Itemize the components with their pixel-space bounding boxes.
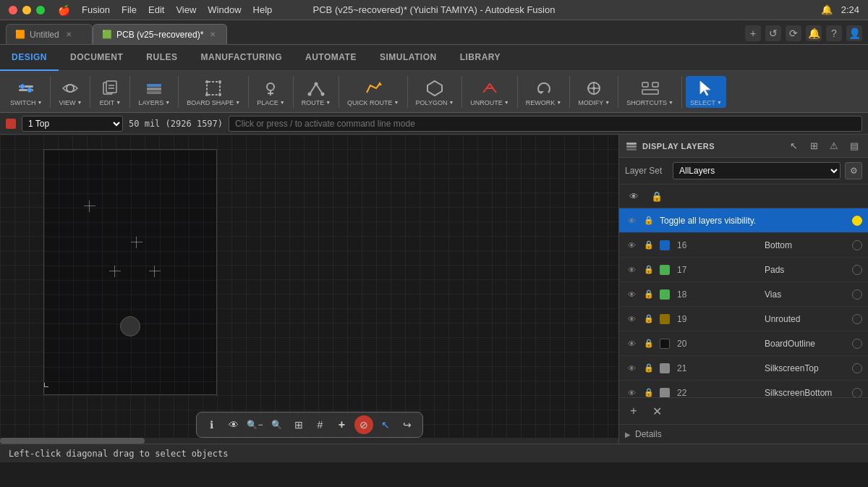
layer-row-16-bottom[interactable]: 👁 🔒 16 Bottom xyxy=(619,233,868,258)
nav-tab-automate[interactable]: AUTOMATE xyxy=(294,45,368,71)
layer-select[interactable]: 1 Top xyxy=(22,116,123,132)
layer-radio-22[interactable] xyxy=(852,388,862,398)
modify-tool[interactable]: MODIFY▼ xyxy=(574,76,614,108)
canvas-scrollbar-thumb[interactable] xyxy=(0,438,145,444)
nav-tab-simulation[interactable]: SIMULATION xyxy=(368,45,448,71)
layer-row-toggle-all[interactable]: 👁 🔒 Toggle all layers visibility. xyxy=(619,208,868,233)
layer-vis-22[interactable]: 👁 xyxy=(625,386,638,398)
layer-vis-17[interactable]: 👁 xyxy=(625,263,638,276)
quick-route-tool[interactable]: QUICK ROUTE▼ xyxy=(343,76,403,108)
layer-lock-21[interactable]: 🔒 xyxy=(642,362,655,375)
grid-button[interactable]: # xyxy=(311,415,330,434)
layer-radio-19[interactable] xyxy=(852,314,862,324)
add-layer-button[interactable]: + xyxy=(625,402,642,420)
nav-tab-manufacturing[interactable]: MANUFACTURING xyxy=(190,45,294,71)
close-button[interactable] xyxy=(9,6,17,14)
new-tab-button[interactable]: + xyxy=(745,25,761,41)
minimize-button[interactable] xyxy=(22,6,31,14)
traffic-lights[interactable] xyxy=(9,6,45,14)
tab-user-button[interactable]: 👤 xyxy=(846,25,862,41)
panel-view-btn[interactable]: ▤ xyxy=(846,138,862,154)
layer-row-18-vias[interactable]: 👁 🔒 18 Vias xyxy=(619,282,868,307)
tab-help-button[interactable]: ? xyxy=(826,25,842,41)
tab-close-untitled[interactable]: ✕ xyxy=(64,30,74,40)
menu-help[interactable]: Help xyxy=(253,4,273,15)
notification-icon[interactable]: 🔔 xyxy=(821,4,833,15)
layer-lock-toggle-all[interactable]: 🔒 xyxy=(642,214,655,227)
nav-tab-design[interactable]: DESIGN xyxy=(0,45,59,71)
canvas-area[interactable]: ℹ 👁 🔍− 🔍 ⊞ # + ⊘ ↖ ↪ xyxy=(0,135,618,444)
zoom-in-button[interactable]: 🔍− xyxy=(246,415,265,434)
layer-vis-toggle-all[interactable]: 👁 xyxy=(625,214,638,227)
view-tool[interactable]: VIEW▼ xyxy=(54,76,86,108)
route-arrow-button[interactable]: ↪ xyxy=(398,415,417,434)
layer-lock-btn[interactable]: 🔒 xyxy=(648,187,665,205)
layer-row-20-boardoutline[interactable]: 👁 🔒 20 BoardOutline xyxy=(619,331,868,356)
edit-tool[interactable]: EDIT▼ xyxy=(94,76,126,108)
layer-radio-20[interactable] xyxy=(852,339,862,349)
layer-row-19-unrouted[interactable]: 👁 🔒 19 Unrouted xyxy=(619,307,868,331)
layer-radio-toggle-all[interactable] xyxy=(852,216,862,226)
stop-button[interactable]: ⊘ xyxy=(354,415,373,434)
mac-menu[interactable]: 🍎 Fusion File Edit View Window Help xyxy=(58,4,272,16)
unroute-tool[interactable]: UNROUTE▼ xyxy=(466,76,513,108)
panel-grid-btn[interactable]: ⊞ xyxy=(806,138,822,154)
maximize-button[interactable] xyxy=(36,6,45,14)
menu-file[interactable]: File xyxy=(122,4,137,15)
zoom-fit-button[interactable]: ⊞ xyxy=(289,415,308,434)
layer-radio-18[interactable] xyxy=(852,289,862,300)
menu-window[interactable]: Window xyxy=(208,4,241,15)
tab-bell-button[interactable]: 🔔 xyxy=(806,25,822,41)
add-button[interactable]: + xyxy=(333,415,352,434)
layer-lock-20[interactable]: 🔒 xyxy=(642,337,655,350)
shortcuts-tool[interactable]: SHORTCUTS▼ xyxy=(622,76,678,108)
nav-tab-document[interactable]: DOCUMENT xyxy=(59,45,135,71)
select-tool[interactable]: SELECT▼ xyxy=(686,76,726,108)
layer-vis-16[interactable]: 👁 xyxy=(625,239,638,252)
layer-set-select[interactable]: AllLayers xyxy=(673,162,841,179)
layer-set-gear[interactable]: ⚙ xyxy=(845,162,862,179)
layers-tool[interactable]: LAYERS▼ xyxy=(134,76,174,108)
layer-vis-21[interactable]: 👁 xyxy=(625,362,638,375)
layer-vis-20[interactable]: 👁 xyxy=(625,337,638,350)
menu-view[interactable]: View xyxy=(176,4,196,15)
view-button[interactable]: 👁 xyxy=(224,415,243,434)
panel-select-btn[interactable]: ↖ xyxy=(786,138,801,154)
board-shape-tool[interactable]: BOARD SHAPE▼ xyxy=(182,76,244,108)
menu-fusion[interactable]: Fusion xyxy=(82,4,110,15)
rework-tool[interactable]: REWORK▼ xyxy=(522,76,566,108)
layer-row-21-silkscreentop[interactable]: 👁 🔒 21 SilkscreenTop xyxy=(619,356,868,381)
layer-lock-22[interactable]: 🔒 xyxy=(642,386,655,398)
layer-lock-18[interactable]: 🔒 xyxy=(642,288,655,301)
apple-menu[interactable]: 🍎 xyxy=(58,4,70,16)
layer-vis-18[interactable]: 👁 xyxy=(625,288,638,301)
command-input[interactable] xyxy=(229,116,862,132)
tab-untitled[interactable]: 🟧 Untitled ✕ xyxy=(6,24,93,44)
layer-radio-21[interactable] xyxy=(852,363,862,373)
panel-warning-btn[interactable]: ⚠ xyxy=(826,138,842,154)
layer-lock-19[interactable]: 🔒 xyxy=(642,313,655,326)
layer-row-22-silkscreenbottom[interactable]: 👁 🔒 22 SilkscreenBottom xyxy=(619,381,868,397)
switch-tool[interactable]: SWITCH▼ xyxy=(6,76,46,108)
select-arrow-button[interactable]: ↖ xyxy=(376,415,395,434)
info-button[interactable]: ℹ xyxy=(203,415,221,434)
remove-layer-button[interactable]: ✕ xyxy=(648,402,665,420)
layer-row-17-pads[interactable]: 👁 🔒 17 Pads xyxy=(619,258,868,282)
layer-radio-16[interactable] xyxy=(852,240,862,250)
details-row[interactable]: ▶ Details xyxy=(619,424,868,444)
nav-tab-rules[interactable]: RULES xyxy=(135,45,189,71)
layer-lock-16[interactable]: 🔒 xyxy=(642,239,655,252)
layer-vis-19[interactable]: 👁 xyxy=(625,313,638,326)
zoom-out-button[interactable]: 🔍 xyxy=(268,415,286,434)
route-tool[interactable]: ROUTE▼ xyxy=(297,76,335,108)
tab-close-pcb[interactable]: ✕ xyxy=(208,30,218,40)
canvas-scrollbar[interactable] xyxy=(0,438,618,444)
tab-refresh-button[interactable]: ↺ xyxy=(765,25,781,41)
polygon-tool[interactable]: POLYGON▼ xyxy=(412,76,459,108)
place-tool[interactable]: PLACE▼ xyxy=(252,76,289,108)
layer-radio-17[interactable] xyxy=(852,265,862,275)
tab-sync-button[interactable]: ⟳ xyxy=(786,25,801,41)
layer-eye-btn[interactable]: 👁 xyxy=(625,187,642,205)
layer-lock-17[interactable]: 🔒 xyxy=(642,263,655,276)
tab-pcb[interactable]: 🟩 PCB (v25~recovered)* ✕ xyxy=(93,24,227,44)
